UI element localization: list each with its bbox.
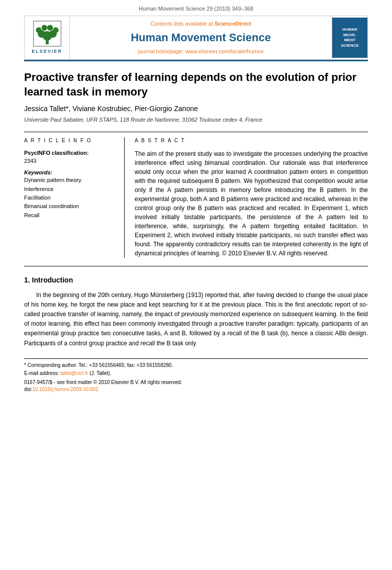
author-email[interactable]: tallet@cict.fr	[60, 370, 88, 376]
journal-header: ELSEVIER Contents lists available at Sci…	[24, 16, 368, 60]
keyword-3: Facilitation	[24, 194, 117, 202]
introduction-title: 1. Introduction	[24, 275, 368, 286]
doi-link[interactable]: 10.1016/j.humov.2009.10.002	[32, 387, 99, 392]
keywords-label: Keywords:	[24, 169, 117, 176]
blue-divider	[24, 60, 368, 61]
svg-rect-8	[46, 42, 48, 43]
article-info-column: A R T I C L E I N F O PsycINFO classific…	[24, 137, 125, 258]
introduction-section: 1. Introduction In the beginning of the …	[24, 275, 368, 348]
abstract-text: The aim of the present study was to inve…	[135, 149, 368, 258]
authors: Jessica Tallet*, Viviane Kostrubiec, Pie…	[24, 104, 368, 114]
journal-reference: Human Movement Science 29 (2010) 349–368	[24, 0, 368, 16]
corresponding-author-note: * Corresponding author. Tel.: +33 561556…	[24, 362, 368, 369]
elsevier-logo: ELSEVIER	[25, 17, 70, 59]
svg-point-4	[36, 28, 41, 33]
article-title: Proactive transfer of learning depends o…	[24, 70, 368, 99]
science-direct-name[interactable]: ScienceDirect	[215, 21, 251, 27]
article-info-label: A R T I C L E I N F O	[24, 137, 117, 144]
journal-homepage-line: journal homepage: www.elsevier.com/locat…	[75, 48, 327, 55]
affiliation: Universite Paul Sabatier, UFR STAPS, 118…	[24, 116, 368, 124]
psycinfo-value: 2343	[24, 157, 117, 165]
homepage-url[interactable]: www.elsevier.com/locate/humov	[185, 48, 264, 54]
copyright-line: 0167-9457/$ - see front matter © 2010 El…	[24, 379, 368, 386]
keyword-2: Interference	[24, 185, 117, 193]
elsevier-tree-icon	[33, 21, 62, 47]
email-line: E-mail address: tallet@cict.fr (J. Talle…	[24, 370, 368, 377]
abstract-column: A B S T R A C T The aim of the present s…	[135, 137, 368, 258]
keyword-5: Recall	[24, 212, 117, 219]
doi-line: doi:10.1016/j.humov.2009.10.002	[24, 386, 368, 393]
svg-point-5	[53, 28, 58, 33]
introduction-paragraph: In the beginning of the 20th century, Hu…	[24, 291, 368, 348]
hm-logo-text: HUMAN MOVE- MENT SCIENCE	[341, 27, 359, 48]
elsevier-brand-label: ELSEVIER	[32, 48, 62, 55]
journal-right-logo: HUMAN MOVE- MENT SCIENCE	[332, 18, 367, 58]
section-divider	[24, 266, 368, 266]
article-info-abstract-section: A R T I C L E I N F O PsycINFO classific…	[24, 132, 368, 258]
svg-point-6	[41, 25, 47, 31]
psycinfo-heading: PsycINFO classification:	[24, 149, 117, 157]
journal-title: Human Movement Science	[75, 30, 327, 46]
science-direct-line: Contents lists available at ScienceDirec…	[75, 20, 327, 28]
page-container: Human Movement Science 29 (2010) 349–368…	[0, 0, 392, 408]
abstract-label: A B S T R A C T	[135, 137, 368, 144]
journal-center-info: Contents lists available at ScienceDirec…	[70, 16, 332, 59]
keyword-1: Dynamic pattern theory	[24, 176, 117, 184]
footer: * Corresponding author. Tel.: +33 561556…	[24, 358, 368, 393]
svg-point-7	[47, 25, 53, 31]
keyword-4: Bimanual coordination	[24, 203, 117, 210]
keywords-list: Dynamic pattern theory Interference Faci…	[24, 176, 117, 219]
